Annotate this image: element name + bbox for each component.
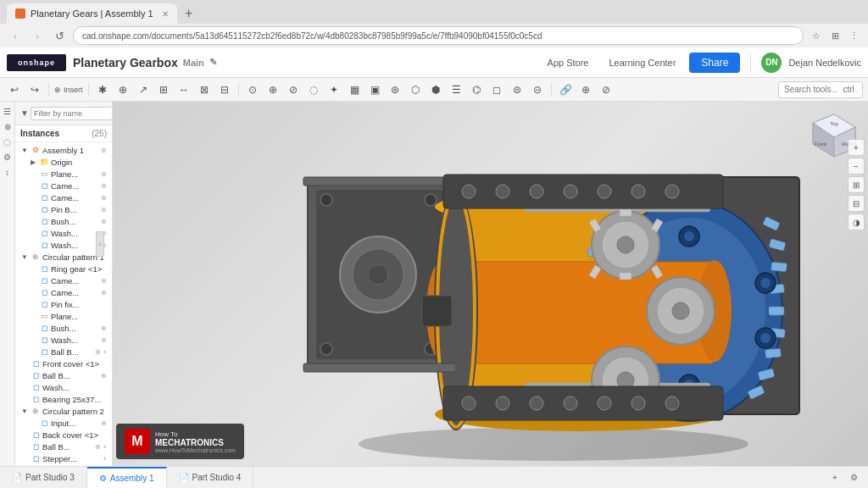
toolbar-btn-2[interactable]: ⊕ (114, 80, 132, 99)
tree-item-input[interactable]: ◻ Input... ⊕ (15, 417, 112, 429)
tree-item-origin[interactable]: ▶ 📁 Origin (15, 156, 112, 168)
expand-icon[interactable] (20, 383, 29, 391)
toolbar-btn-19[interactable]: ⌬ (467, 80, 486, 99)
toolbar-btn-6[interactable]: ⊠ (195, 80, 214, 99)
toolbar-btn-4[interactable]: ⊞ (154, 80, 173, 99)
tab-part-studio-4[interactable]: 📄 Part Studio 4 (167, 467, 254, 489)
toolbar-btn-3[interactable]: ↗ (134, 80, 153, 99)
toolbar-btn-18[interactable]: ☰ (447, 80, 465, 99)
expand-icon[interactable] (20, 442, 29, 451)
doc-edit-icon[interactable]: ✎ (209, 57, 217, 68)
tab-part-studio-3[interactable]: 📄 Part Studio 3 (0, 467, 87, 489)
expand-icon[interactable] (29, 324, 37, 332)
expand-icon[interactable]: ▼ (20, 407, 29, 415)
toolbar-btn-13[interactable]: ▦ (345, 80, 364, 99)
sidebar-collapse-handle[interactable]: ‹ (96, 231, 104, 257)
toolbar-btn-14[interactable]: ▣ (365, 80, 384, 99)
toolbar-btn-15[interactable]: ⊛ (386, 80, 404, 99)
tree-action[interactable]: ⊕ (95, 443, 101, 451)
address-bar[interactable]: cad.onshape.com/documents/5a13d645115272… (73, 26, 804, 45)
tree-item-ring[interactable]: ◻ Ring gear <1> (15, 263, 112, 274)
expand-icon[interactable] (20, 371, 29, 380)
toolbar-btn-9[interactable]: ⊕ (264, 80, 282, 99)
tree-item-pinfix[interactable]: ◻ Pin fix... (15, 298, 112, 310)
tree-action[interactable]: ⊕ (101, 336, 107, 344)
expand-icon[interactable] (29, 169, 37, 178)
sidebar-filter-input[interactable] (31, 107, 113, 120)
toolbar-btn-23[interactable]: 🔗 (556, 80, 575, 99)
tree-item-stepper[interactable]: ◻ Stepper... + (15, 452, 112, 464)
active-tab[interactable]: Planetary Gears | Assembly 1 ✕ (7, 3, 177, 24)
back-button[interactable]: ‹ (7, 27, 24, 44)
viewport[interactable]: Top Front Right + − ⊞ ⊟ ◑ M (113, 102, 868, 466)
tree-action-2[interactable]: + (103, 443, 107, 451)
bottom-settings[interactable]: ⚙ (846, 470, 861, 485)
app-store-button[interactable]: App Store (541, 54, 596, 71)
expand-icon[interactable] (29, 241, 37, 249)
sidebar-filter-icon[interactable]: ▼ (20, 106, 29, 121)
expand-icon[interactable]: ▼ (20, 146, 29, 154)
learning-center-button[interactable]: Learning Center (602, 54, 682, 71)
tree-action[interactable]: ⊕ (95, 348, 101, 356)
tab-close-button[interactable]: ✕ (162, 9, 169, 19)
toolbar-btn-12[interactable]: ✦ (325, 80, 343, 99)
reload-button[interactable]: ↺ (51, 27, 68, 44)
expand-icon[interactable] (20, 359, 29, 368)
toolbar-btn-5[interactable]: ↔ (175, 80, 193, 99)
expand-icon[interactable] (29, 276, 37, 285)
expand-icon[interactable] (29, 181, 37, 190)
left-icon-1[interactable]: ☰ (2, 105, 14, 117)
toolbar-btn-20[interactable]: ◻ (487, 80, 506, 99)
toolbar-btn-21[interactable]: ⊜ (508, 80, 526, 99)
expand-icon[interactable] (29, 264, 37, 273)
toolbar-btn-7[interactable]: ⊟ (215, 80, 234, 99)
tree-item-ballb2[interactable]: ◻ Ball B... ⊕ (15, 369, 112, 381)
rt-fit[interactable]: ⊞ (848, 176, 865, 193)
tree-action[interactable]: ⊕ (101, 218, 107, 225)
bottom-add-tab[interactable]: + (827, 470, 843, 485)
toolbar-undo[interactable]: ↩ (5, 80, 24, 99)
expand-icon[interactable] (20, 395, 29, 403)
toolbar-btn-25[interactable]: ⊘ (597, 80, 615, 99)
toolbar-btn-8[interactable]: ⊙ (243, 80, 262, 99)
left-icon-2[interactable]: ⊕ (2, 120, 14, 132)
tree-item-ballb3[interactable]: ◻ Ball B... ⊕ + (15, 441, 112, 452)
expand-icon[interactable] (29, 217, 37, 225)
rt-zoom-out[interactable]: − (848, 158, 865, 175)
expand-icon[interactable] (29, 419, 37, 427)
expand-icon[interactable] (29, 205, 37, 214)
tree-item-bush[interactable]: ◻ Bush... ⊕ (15, 215, 112, 227)
forward-button[interactable]: › (29, 27, 46, 44)
tree-action[interactable]: ⊕ (101, 147, 107, 154)
toolbar-btn-22[interactable]: ⊝ (528, 80, 547, 99)
tree-action-2[interactable]: + (103, 348, 107, 356)
left-icon-5[interactable]: ↕ (2, 166, 14, 178)
share-button[interactable]: Share (689, 53, 740, 73)
onshape-logo[interactable]: onshape (7, 54, 66, 71)
menu-button[interactable]: ⋮ (846, 28, 861, 43)
expand-icon[interactable] (29, 300, 37, 308)
expand-icon[interactable]: ▼ (20, 252, 29, 261)
tree-item-plane2[interactable]: ▭ Plane... (15, 310, 112, 322)
tree-item-ballb1[interactable]: ◻ Ball B... ⊕ + (15, 346, 112, 358)
search-tools-input[interactable] (778, 81, 863, 98)
bookmark-button[interactable]: ☆ (809, 28, 824, 43)
user-avatar[interactable]: DN (761, 53, 782, 73)
tree-item-came4[interactable]: ◻ Came... ⊕ (15, 286, 112, 298)
expand-icon[interactable] (29, 336, 37, 344)
tree-action[interactable]: ⊕ (101, 289, 107, 297)
tree-action[interactable]: ⊕ (101, 182, 107, 190)
tree-item-wash3[interactable]: ◻ Wash... ⊕ (15, 334, 112, 346)
tree-action[interactable]: ⊕ (101, 372, 107, 380)
expand-icon[interactable]: ▶ (29, 158, 37, 166)
expand-icon[interactable] (29, 229, 37, 237)
left-icon-3[interactable]: ◌ (2, 136, 14, 147)
expand-icon[interactable] (29, 347, 37, 356)
toolbar-btn-16[interactable]: ⬡ (406, 80, 425, 99)
rt-zoom-in[interactable]: + (848, 139, 865, 156)
tree-action[interactable]: ⊕ (101, 170, 107, 178)
tree-action[interactable]: ⊕ (101, 194, 107, 202)
tree-action[interactable]: + (103, 455, 107, 463)
tree-item-bush2[interactable]: ◻ Bush... ⊕ (15, 322, 112, 334)
tree-item-pinb[interactable]: ◻ Pin B... ⊕ (15, 203, 112, 215)
